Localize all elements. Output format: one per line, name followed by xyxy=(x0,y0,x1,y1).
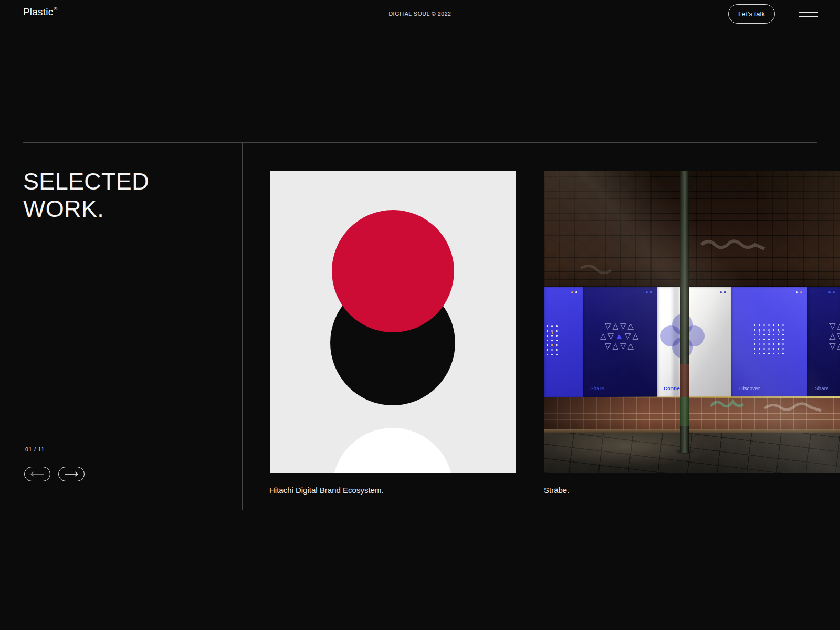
divider-vertical xyxy=(242,142,243,510)
pole-shadow xyxy=(673,287,679,397)
project-card-hitachi[interactable] xyxy=(270,171,516,473)
poster-corner-dots xyxy=(796,291,802,293)
page-title: SELECTED WORK. xyxy=(23,168,149,223)
poster-label-discover: Discover. xyxy=(739,385,761,391)
poster-corner-dots xyxy=(571,291,578,293)
hamburger-icon xyxy=(799,16,818,17)
arrow-left-icon xyxy=(30,471,44,477)
poster-row: ▽△▽△ △▽▲▽△ ▽△▽△ Share. Connect. Discover… xyxy=(544,287,840,397)
poster-label-share: Share. xyxy=(590,385,606,391)
project-caption-straebe[interactable]: Sträbe. xyxy=(544,486,569,495)
page-title-line2: WORK. xyxy=(23,195,104,222)
white-circle-graphic xyxy=(332,428,453,473)
triangle-pattern: ▽△▽△ △▽▲▽△ ▽△▽△ xyxy=(830,321,840,351)
poster-label-share: Share. xyxy=(815,385,831,391)
page: Plastic® DIGITAL SOUL © 2022 Let's talk … xyxy=(0,0,840,630)
poster-corner-dots xyxy=(828,291,835,293)
poster-frame-edge xyxy=(607,396,840,398)
red-circle-graphic xyxy=(332,210,454,332)
pole-moss xyxy=(680,397,689,426)
dirt-strip xyxy=(544,429,840,433)
hamburger-icon xyxy=(799,12,818,13)
lets-talk-label: Let's talk xyxy=(738,10,765,18)
dot-grid-pattern xyxy=(544,324,560,355)
header-tagline: DIGITAL SOUL © 2022 xyxy=(0,10,840,17)
next-slide-button[interactable] xyxy=(58,467,85,481)
pole-sticker xyxy=(680,364,689,397)
arrow-right-icon xyxy=(65,471,78,477)
page-title-line1: SELECTED xyxy=(23,168,149,195)
poster-blue-left xyxy=(544,287,583,397)
filled-triangle-icon: ▲ xyxy=(615,331,625,340)
project-caption-hitachi[interactable]: Hitachi Digital Brand Ecosystem. xyxy=(269,486,384,495)
project-card-straebe[interactable]: ▽△▽△ △▽▲▽△ ▽△▽△ Share. Connect. Discover… xyxy=(544,171,840,473)
menu-button[interactable] xyxy=(799,9,818,19)
lets-talk-button[interactable]: Let's talk xyxy=(728,4,775,24)
dot-grid-pattern xyxy=(752,323,787,354)
poster-corner-dots xyxy=(646,291,652,293)
poster-connect-white: Connect. xyxy=(657,287,731,397)
poster-discover-blue: Discover. xyxy=(731,287,807,397)
poster-share-navy: ▽△▽△ △▽▲▽△ ▽△▽△ Share. xyxy=(583,287,657,397)
divider-top xyxy=(23,142,817,143)
poster-corner-dots xyxy=(720,291,726,293)
prev-slide-button[interactable] xyxy=(24,467,50,481)
slide-counter: 01 / 11 xyxy=(25,446,45,453)
divider-bottom xyxy=(23,510,817,510)
triangle-pattern: ▽△▽△ △▽▲▽△ ▽△▽△ xyxy=(583,321,657,351)
street-pole xyxy=(680,171,689,453)
brick-wall-upper xyxy=(544,171,840,287)
brick-wall-lower xyxy=(544,397,840,433)
poster-share-navy-right: ▽△▽△ △▽▲▽△ ▽△▽△ Share. xyxy=(807,287,840,397)
